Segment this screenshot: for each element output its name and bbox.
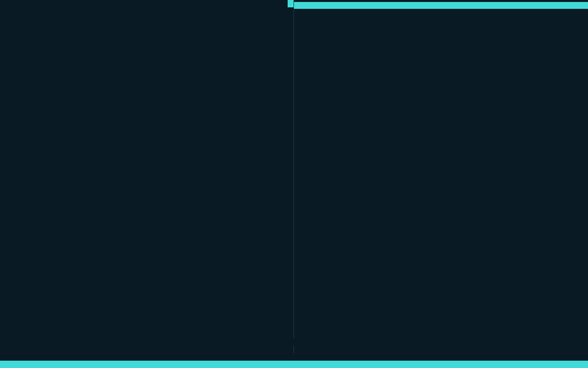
vim-statusline bbox=[0, 339, 294, 345]
editor-pane bbox=[0, 0, 294, 353]
tab-filename[interactable] bbox=[0, 0, 6, 7]
htop-pane bbox=[294, 0, 588, 353]
buffers-label[interactable] bbox=[288, 0, 294, 7]
tmux-statusbar bbox=[0, 361, 588, 368]
htop-fn-bar[interactable] bbox=[294, 354, 588, 361]
htop-column-header[interactable] bbox=[294, 2, 588, 9]
vim-tabbar bbox=[0, 0, 294, 7]
